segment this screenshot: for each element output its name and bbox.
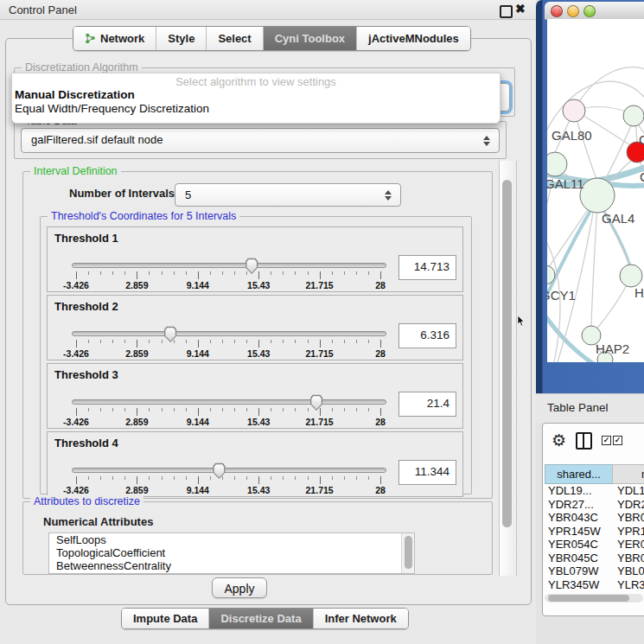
network-node[interactable] [620, 265, 642, 287]
list-item[interactable]: SelfLoops [49, 533, 414, 546]
slider-thumb[interactable] [212, 462, 226, 479]
tab-impute-data[interactable]: Impute Data [122, 609, 208, 628]
network-canvas[interactable]: GAL80GACGAL11GAL4GCY1HAHAP2 [547, 19, 644, 362]
table-row[interactable]: YLR345WYLR3 [545, 578, 644, 592]
network-icon [85, 33, 96, 44]
tab-label: Cyni Toolbox [275, 32, 345, 45]
tab-label: Impute Data [133, 612, 197, 625]
threshold-value-field[interactable]: 6.316 [399, 323, 456, 348]
table-data-combo[interactable]: galFiltered.sif default node [21, 128, 500, 153]
network-edge [591, 204, 597, 328]
threshold-slider[interactable]: -3.4262.8599.14415.4321.71528 [72, 397, 385, 423]
slider-ticks [76, 340, 380, 348]
cell-shared-name: YDL19... [548, 484, 611, 497]
combo-value: galFiltered.sif default node [31, 133, 163, 146]
cell-name: YDL1 [617, 484, 644, 497]
cell-shared-name: YER054C [548, 538, 611, 551]
list-scrollbar-thumb[interactable] [405, 536, 412, 569]
threshold-value-field[interactable]: 14.713 [399, 255, 456, 280]
threshold-slider[interactable]: -3.4262.8599.14415.4321.71528 [72, 260, 385, 286]
cell-shared-name: YBR045C [548, 552, 611, 564]
slider-thumb[interactable] [309, 394, 323, 411]
popup-option[interactable]: Manual Discretization [15, 88, 135, 102]
slider-thumb[interactable] [163, 326, 177, 342]
top-tab-bar: NetworkStyleSelectCyni ToolboxjActiveMNo… [73, 26, 471, 51]
cell-shared-name: YDR27... [548, 498, 611, 511]
slider-ticks [76, 476, 380, 485]
table-row[interactable]: YBR043CYBR0 [545, 511, 644, 525]
settings-scrollbar[interactable] [499, 161, 517, 576]
table-row[interactable]: YER054CYER0 [545, 538, 644, 552]
network-node[interactable] [580, 178, 615, 213]
slider-tick-labels: -3.4262.8599.14415.4321.71528 [76, 348, 380, 359]
threshold-slider[interactable]: -3.4262.8599.14415.4321.71528 [72, 465, 385, 491]
cell-name: YBR0 [617, 511, 644, 524]
popup-option[interactable]: Equal Width/Frequency Discretization [15, 102, 209, 116]
network-view-window: GAL80GACGAL11GAL4GCY1HAHAP2 [536, 0, 644, 393]
horizontal-scrollbar-thumb[interactable] [548, 595, 629, 602]
network-node[interactable] [623, 105, 644, 126]
list-item[interactable]: BetweennessCentrality [49, 559, 414, 572]
network-node[interactable] [547, 152, 567, 176]
slider-track[interactable] [72, 468, 386, 473]
cell-name: YER0 [617, 538, 644, 551]
column-header-name[interactable]: na [612, 464, 644, 484]
slider-track[interactable] [72, 263, 386, 268]
table-row[interactable]: YBR045CYBR0 [545, 552, 644, 565]
horizontal-scrollbar[interactable] [545, 594, 643, 603]
threshold-value-field[interactable]: 11.344 [399, 460, 456, 485]
slider-tick-labels: -3.4262.8599.14415.4321.71528 [76, 280, 380, 290]
tab-select[interactable]: Select [206, 27, 262, 50]
cell-shared-name: YLR345W [548, 578, 611, 591]
close-icon[interactable]: ✖ [515, 2, 526, 16]
minimize-traffic-light[interactable] [567, 5, 579, 17]
checkbox-icon[interactable]: ✓ [602, 436, 611, 445]
gear-icon[interactable]: ⚙ [552, 430, 566, 450]
threshold-label: Threshold 3 [54, 368, 118, 381]
checkbox-icon[interactable]: ✓ [613, 436, 622, 445]
threshold-slider[interactable]: -3.4262.8599.14415.4321.71528 [72, 328, 385, 354]
group-label: Interval Definition [30, 165, 121, 177]
tab-network[interactable]: Network [73, 27, 156, 50]
tab-style[interactable]: Style [156, 27, 206, 50]
threshold-panel: Threshold 4 -3.4262.8599.14415.4321.7152… [47, 431, 463, 497]
table-rows: YDL19...YDL1YDR27...YDR2YBR043CYBR0YPR14… [545, 484, 644, 595]
tab-discretize-data[interactable]: Discretize Data [208, 609, 312, 628]
slider-thumb[interactable] [245, 258, 258, 274]
float-panel-icon[interactable] [500, 5, 513, 18]
attributes-list[interactable]: SelfLoopsTopologicalCoefficientBetweenne… [48, 532, 415, 574]
network-window-titlebar[interactable] [545, 2, 644, 20]
split-view-icon[interactable] [576, 432, 592, 450]
cell-name: YDR2 [617, 498, 644, 511]
threshold-value-field[interactable]: 21.4 [399, 392, 456, 417]
tab-infer-network[interactable]: Infer Network [313, 609, 408, 628]
slider-ticks [76, 271, 380, 280]
apply-button[interactable]: Apply [212, 577, 267, 598]
scrollbar-thumb[interactable] [502, 180, 512, 527]
slider-track[interactable] [72, 331, 386, 336]
number-of-intervals-combo[interactable]: 5 [175, 183, 401, 207]
zoom-traffic-light[interactable] [583, 5, 596, 17]
list-item[interactable]: TopologicalCoefficient [49, 546, 414, 559]
tab-jactivemnodules[interactable]: jActiveMNodules [356, 27, 470, 50]
table-row[interactable]: YDL19...YDL1 [545, 484, 644, 498]
column-header-shared-name[interactable]: shared... [545, 464, 613, 484]
slider-track[interactable] [72, 399, 386, 405]
group-label: Attributes to discretize [30, 495, 143, 507]
node-label: C [640, 169, 644, 184]
table-row[interactable]: YDR27...YDR2 [545, 498, 644, 512]
number-of-intervals-label: Number of Intervals [69, 187, 175, 200]
group-label: Discretization Algorithm [22, 61, 142, 73]
threshold-panel: Threshold 1 -3.4262.8599.14415.4321.7152… [47, 226, 463, 292]
list-scrollbar[interactable] [401, 533, 414, 573]
table-row[interactable]: YPR145WYPR1 [545, 525, 644, 539]
threshold-label: Threshold 2 [54, 300, 118, 313]
network-node[interactable] [563, 99, 585, 122]
threshold-panel: Threshold 3 -3.4262.8599.14415.4321.7152… [47, 363, 463, 429]
network-graph[interactable]: GAL80GACGAL11GAL4GCY1HAHAP2 [547, 19, 644, 362]
tab-cyni-toolbox[interactable]: Cyni Toolbox [263, 27, 356, 50]
combo-arrows-icon [483, 136, 491, 146]
close-traffic-light[interactable] [551, 5, 563, 17]
table-row[interactable]: YBL079WYBL0 [545, 564, 644, 578]
app-root: Control Panel ✖ NetworkStyleSelectCyni T… [0, 0, 644, 644]
